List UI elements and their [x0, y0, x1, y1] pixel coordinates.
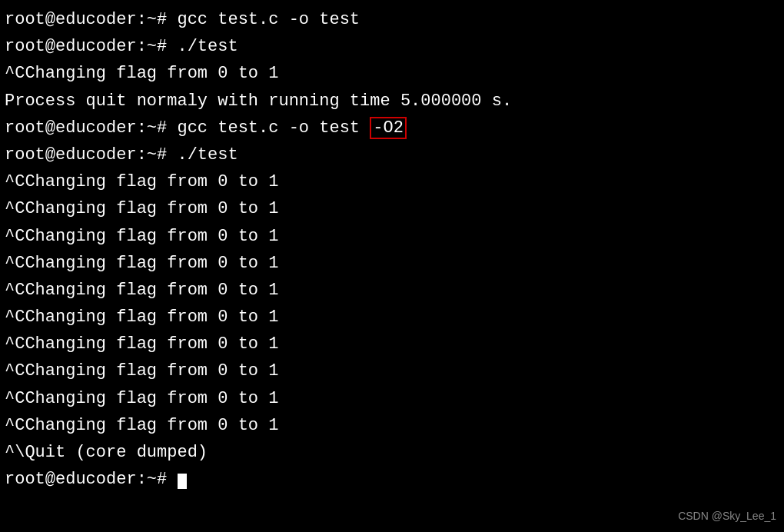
terminal-line: ^CChanging flag from 0 to 1: [5, 195, 779, 222]
terminal-line: ^CChanging flag from 0 to 1: [5, 250, 779, 277]
watermark-label: CSDN @Sky_Lee_1: [678, 507, 776, 524]
terminal-cursor: [178, 474, 187, 489]
highlight-o2: -O2: [370, 117, 407, 139]
terminal-line: ^CChanging flag from 0 to 1: [5, 357, 779, 384]
terminal-line: ^CChanging flag from 0 to 1: [5, 168, 779, 195]
terminal-line: ^\Quit (core dumped): [5, 439, 779, 466]
terminal-line: ^CChanging flag from 0 to 1: [5, 412, 779, 439]
terminal-output: root@educoder:~# gcc test.c -o test root…: [5, 6, 779, 493]
terminal-line: ^CChanging flag from 0 to 1: [5, 385, 779, 412]
terminal-line: ^CChanging flag from 0 to 1: [5, 277, 779, 304]
terminal-line: ^CChanging flag from 0 to 1: [5, 331, 779, 357]
terminal-line: ^CChanging flag from 0 to 1: [5, 304, 779, 331]
terminal-line-highlighted: root@educoder:~# gcc test.c -o test -O2: [5, 115, 779, 141]
terminal-line: root@educoder:~# ./test: [5, 33, 779, 60]
terminal-line: root@educoder:~# ./test: [5, 141, 779, 168]
terminal-line: Process quit normaly with running time 5…: [5, 88, 779, 115]
terminal-line: ^CChanging flag from 0 to 1: [5, 223, 779, 250]
terminal-line: ^CChanging flag from 0 to 1: [5, 60, 779, 87]
terminal-line: root@educoder:~# gcc test.c -o test: [5, 6, 779, 33]
terminal-prompt-line: root@educoder:~#: [5, 466, 779, 493]
